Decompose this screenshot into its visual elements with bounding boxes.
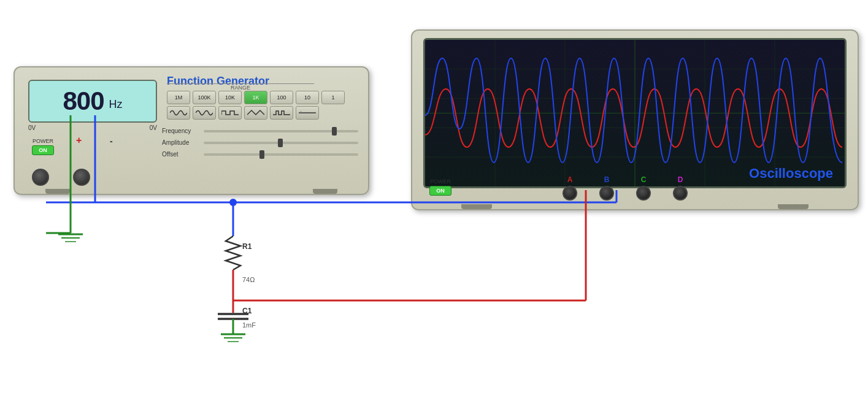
fg-output-knob-minus[interactable] [73,169,90,186]
osc-channel-a: A [563,175,577,201]
capacitor-value: 1mF [242,321,256,329]
fg-range-buttons: 1M 100K 10K 1K 100 10 1 [167,91,345,104]
fg-offset-track[interactable] [204,153,358,156]
fg-output-knob-plus[interactable] [32,169,49,186]
fg-sliders: Frequency Amplitude Offset [162,128,358,163]
fg-frequency-track[interactable] [204,130,358,132]
fg-wave-triangle[interactable] [244,106,267,120]
svg-text:⎓: ⎓ [300,109,302,113]
fg-wave-square[interactable] [218,106,242,120]
fg-range-label: RANGE [167,83,314,91]
fg-offset-thumb[interactable] [259,150,264,159]
fg-wave-pulse[interactable] [270,106,293,120]
osc-title: Oscilloscope [749,166,833,182]
fg-waveform-buttons: ⎓ [167,106,319,120]
osc-feet [461,204,808,209]
osc-grid [425,40,845,186]
fg-display-labels: 0V 0V [28,124,157,131]
osc-channel-b-label: B [604,175,610,184]
fg-amplitude-label: Amplitude [162,139,199,146]
fg-btn-1k[interactable]: 1K [244,91,267,104]
capacitor-label: C1 [242,307,252,315]
osc-channel-c-knob[interactable] [636,186,651,201]
fg-power-button[interactable]: ON [32,145,54,155]
fg-btn-1m[interactable]: 1M [167,91,190,104]
fg-offset-slider-row: Offset [162,151,358,158]
osc-foot-right [778,204,808,209]
fg-display: 800 Hz [28,80,157,123]
fg-frequency-unit: Hz [109,98,123,111]
fg-wave-dc[interactable]: ⎓ [296,106,319,120]
osc-foot-left [461,204,492,209]
fg-frequency-value: 800 [63,86,104,116]
osc-channel-b: B [599,175,614,201]
fg-wave-sine2[interactable] [193,106,216,120]
osc-power-section: POWER ON [429,178,451,196]
osc-channel-d-knob[interactable] [673,186,688,201]
osc-channel-d-label: D [678,175,683,184]
osc-power-label: POWER [430,178,451,185]
fg-feet [45,189,337,194]
fg-btn-100k[interactable]: 100K [193,91,216,104]
fg-wave-sine[interactable] [167,106,190,120]
fg-btn-10k[interactable]: 10K [218,91,242,104]
fg-btn-100[interactable]: 100 [270,91,293,104]
osc-channel-c-label: C [641,175,647,184]
fg-btn-10[interactable]: 10 [296,91,319,104]
fg-frequency-label: Frequency [162,128,199,134]
fg-power-label: POWER [33,138,53,144]
fg-terminal-minus-label: - [110,136,113,146]
fg-label-left: 0V [28,124,36,131]
osc-channel-d: D [673,175,688,201]
osc-channel-a-knob[interactable] [563,186,577,201]
fg-foot-left [45,189,70,194]
osc-channel-a-label: A [567,175,573,184]
osc-channel-b-knob[interactable] [599,186,614,201]
oscilloscope: Oscilloscope POWER ON A B C D [411,29,859,210]
resistor-value: 74Ω [242,276,255,283]
osc-screen-inner [425,40,845,186]
osc-channel-c: C [636,175,651,201]
osc-power-button[interactable]: ON [429,186,451,196]
fg-power-section: POWER ON [32,138,54,155]
fg-amplitude-thumb[interactable] [278,139,283,147]
fg-foot-right [313,189,337,194]
fg-amplitude-slider-row: Amplitude [162,139,358,146]
function-generator: 800 Hz 0V 0V Function Generator RANGE 1M… [13,66,369,195]
fg-frequency-thumb[interactable] [332,127,337,136]
fg-btn-1[interactable]: 1 [321,91,345,104]
fg-amplitude-track[interactable] [204,142,358,144]
fg-frequency-slider-row: Frequency [162,128,358,134]
fg-label-right: 0V [150,124,157,131]
fg-terminal-plus-label: + [76,135,82,146]
svg-point-14 [229,199,237,206]
fg-offset-label: Offset [162,151,199,158]
resistor-label: R1 [242,242,252,251]
